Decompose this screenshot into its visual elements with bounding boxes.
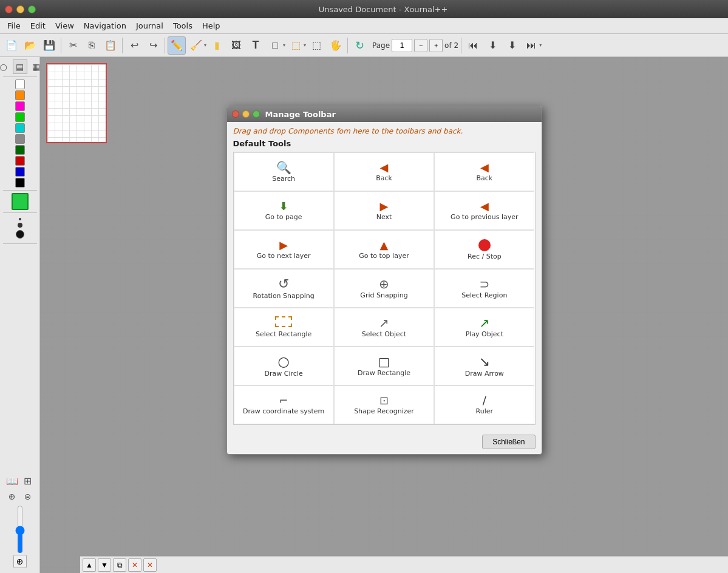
- page-number-input[interactable]: [392, 39, 412, 52]
- close-button[interactable]: [5, 5, 13, 13]
- schliessen-button[interactable]: Schließen: [482, 435, 535, 449]
- tool-draw-coord[interactable]: ⌐ Draw coordinate system: [234, 385, 334, 424]
- tool-shape-rec[interactable]: ⊡ Shape Recognizer: [334, 385, 434, 424]
- maximize-button[interactable]: [28, 5, 36, 13]
- copy-button[interactable]: ⎘: [83, 36, 101, 55]
- page-minus-button[interactable]: −: [414, 39, 427, 52]
- menu-help[interactable]: Help: [197, 20, 225, 32]
- undo-button[interactable]: ↩: [125, 36, 143, 55]
- tool-top-layer[interactable]: ▲ Go to top layer: [334, 230, 434, 269]
- first-page-button[interactable]: ⏮: [464, 36, 482, 55]
- layer-icon-2[interactable]: ⊞: [21, 473, 35, 488]
- color-red[interactable]: [15, 156, 25, 166]
- clear-button[interactable]: ✕: [143, 558, 157, 572]
- tool-grid-snap[interactable]: ⊕ Grid Snapping: [334, 269, 434, 308]
- layer-icon-1[interactable]: 📖: [5, 473, 19, 488]
- toolbar-separator-3: [165, 38, 165, 53]
- minimize-button[interactable]: [16, 5, 24, 13]
- color-green[interactable]: [15, 112, 25, 122]
- tool-play-object[interactable]: ↗ Play Object: [434, 308, 534, 347]
- view-single-icon[interactable]: ○: [0, 59, 11, 74]
- color-white[interactable]: [15, 80, 25, 89]
- color-magenta[interactable]: [15, 101, 25, 111]
- tool-search[interactable]: 🔍 Search: [234, 152, 334, 191]
- menu-view[interactable]: View: [50, 20, 79, 32]
- tool-ruler[interactable]: / Ruler: [434, 385, 534, 424]
- tool-select-object[interactable]: ↗ Select Object: [334, 308, 434, 347]
- next-page-button[interactable]: ⬇: [503, 36, 521, 55]
- color-gray[interactable]: [15, 134, 25, 144]
- zoom-slider[interactable]: [14, 505, 26, 554]
- refresh-button[interactable]: ↻: [350, 36, 369, 55]
- rotation-snap-label: Rotation Snapping: [253, 292, 315, 300]
- view-mode-row: ○ ▤ ▦: [0, 59, 44, 74]
- tool-go-page[interactable]: ⬇ Go to page: [234, 191, 334, 230]
- page-plus-button[interactable]: +: [429, 39, 443, 52]
- add-page-icon[interactable]: ⊕: [5, 489, 19, 504]
- layer-stack-icon[interactable]: ⊜: [21, 489, 35, 504]
- new-file-button[interactable]: 📄: [2, 36, 21, 55]
- pen-size-large[interactable]: [16, 230, 24, 239]
- dialog-maximize-button[interactable]: [253, 110, 260, 118]
- active-tool-indicator[interactable]: [12, 193, 29, 210]
- tools-grid: 🔍 Search ◀ Back ◀ Back: [233, 152, 536, 425]
- save-file-button[interactable]: 💾: [40, 36, 58, 55]
- menu-file[interactable]: File: [2, 20, 26, 32]
- menu-navigation[interactable]: Navigation: [79, 20, 131, 32]
- tool-select-region[interactable]: ⊃ Select Region: [434, 269, 534, 308]
- tool-draw-rect[interactable]: □ Draw Rectangle: [334, 347, 434, 385]
- image-button[interactable]: 🖼: [227, 36, 245, 55]
- tool-select-rect[interactable]: Select Rectangle: [234, 308, 334, 347]
- pen-tool-button[interactable]: ✏️: [168, 36, 186, 55]
- tool-prev-layer[interactable]: ◀ Go to previous layer: [434, 191, 534, 230]
- draw-arrow-label: Draw Arrow: [465, 370, 504, 378]
- prev-page-button[interactable]: ⬇: [483, 36, 502, 55]
- last-page-button[interactable]: ⏭: [522, 36, 540, 55]
- shape-button[interactable]: □: [266, 36, 284, 55]
- toolbar-separator-5: [461, 38, 461, 53]
- draw-rect-icon: □: [378, 356, 390, 368]
- tool-back-2[interactable]: ◀ Back: [434, 152, 534, 191]
- tool-draw-circle[interactable]: ○ Draw Circle: [234, 347, 334, 385]
- color-orange[interactable]: [15, 90, 25, 100]
- text-button[interactable]: T: [247, 36, 265, 55]
- paste-button[interactable]: 📋: [101, 36, 120, 55]
- highlighter-button[interactable]: ▮: [208, 36, 226, 55]
- menu-journal[interactable]: Journal: [131, 20, 168, 32]
- layer-down-button[interactable]: ▼: [98, 558, 111, 572]
- layer-up-button[interactable]: ▲: [83, 558, 96, 572]
- hand-tool-button[interactable]: 🖐: [327, 36, 345, 55]
- tool-next[interactable]: ▶ Next: [334, 191, 434, 230]
- canvas-area[interactable]: Manage Toolbar Drag and drop Components …: [40, 57, 728, 573]
- view-page-icon[interactable]: ▤: [13, 59, 27, 74]
- tool-draw-arrow[interactable]: ↘ Draw Arrow: [434, 347, 534, 385]
- color-dark-green[interactable]: [15, 145, 25, 155]
- dialog-close-button[interactable]: [232, 110, 239, 118]
- duplicate-button[interactable]: ⧉: [113, 558, 126, 572]
- tool-back-1[interactable]: ◀ Back: [334, 152, 434, 191]
- color-blue[interactable]: [15, 167, 25, 177]
- redo-button[interactable]: ↪: [144, 36, 162, 55]
- search-tool-label: Search: [272, 175, 295, 183]
- color-row: [15, 90, 25, 100]
- pen-size-tiny[interactable]: [19, 218, 21, 220]
- menu-edit[interactable]: Edit: [26, 20, 50, 32]
- menu-tools[interactable]: Tools: [168, 20, 197, 32]
- ruler-label: Ruler: [476, 407, 493, 415]
- eraser-button[interactable]: 🧹: [187, 36, 205, 55]
- dialog-minimize-button[interactable]: [242, 110, 250, 118]
- cut-button[interactable]: ✂: [64, 36, 82, 55]
- open-file-button[interactable]: 📂: [21, 36, 39, 55]
- add-page-bottom[interactable]: ⊕: [13, 555, 27, 568]
- color-cyan[interactable]: [15, 123, 25, 133]
- tool-rec-stop[interactable]: Rec / Stop: [434, 230, 534, 269]
- select-rect-button[interactable]: ⬚: [287, 36, 305, 55]
- shape-rec-label: Shape Recognizer: [354, 407, 414, 415]
- color-black[interactable]: [15, 178, 25, 188]
- section-label: Default Tools: [233, 139, 536, 148]
- tool-rotation-snap[interactable]: ↺ Rotation Snapping: [234, 269, 334, 308]
- delete-button[interactable]: ✕: [128, 558, 141, 572]
- select-object-button[interactable]: ⬚: [307, 36, 325, 55]
- pen-size-small[interactable]: [18, 223, 22, 228]
- tool-next-layer[interactable]: ▶ Go to next layer: [234, 230, 334, 269]
